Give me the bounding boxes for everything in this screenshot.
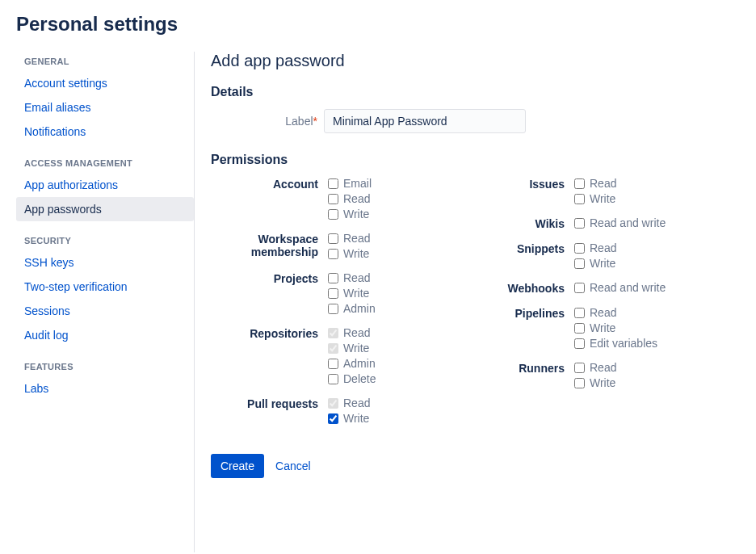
- sidebar-section-title: FEATURES: [16, 357, 194, 376]
- permission-options: ReadWriteEdit variables: [574, 306, 657, 350]
- permission-options: ReadWrite: [574, 241, 616, 270]
- permission-group-label: Issues: [469, 177, 574, 205]
- permission-options: Read and write: [574, 216, 666, 230]
- sidebar: GENERALAccount settingsEmail aliasesNoti…: [16, 52, 194, 552]
- required-asterisk: *: [313, 115, 317, 128]
- permission-option[interactable]: Delete: [328, 372, 376, 385]
- permission-option[interactable]: Admin: [328, 357, 376, 370]
- permission-checkbox[interactable]: [328, 288, 338, 299]
- page-title: Personal settings: [16, 13, 740, 36]
- permission-checkbox[interactable]: [328, 209, 338, 220]
- sidebar-section-title: SECURITY: [16, 231, 194, 250]
- permission-option[interactable]: Read: [574, 361, 616, 374]
- sidebar-item[interactable]: Account settings: [16, 71, 194, 95]
- permission-option-label: Write: [590, 192, 615, 205]
- permission-checkbox[interactable]: [574, 283, 585, 293]
- main-content: Add app password Details Label* Permissi…: [194, 52, 740, 552]
- permission-option[interactable]: Write: [574, 192, 616, 205]
- details-heading: Details: [211, 85, 740, 99]
- permission-option-label: Write: [343, 208, 369, 220]
- permission-option[interactable]: Read: [328, 271, 376, 284]
- permission-group: RepositoriesReadWriteAdminDelete: [211, 326, 469, 385]
- permission-option[interactable]: Read and write: [574, 281, 666, 294]
- permission-option-label: Admin: [343, 302, 376, 315]
- permission-option-label: Read: [343, 271, 370, 284]
- permission-option[interactable]: Read: [574, 241, 616, 254]
- permission-option[interactable]: Email: [328, 177, 372, 190]
- permission-group: AccountEmailReadWrite: [211, 177, 469, 220]
- sidebar-item[interactable]: SSH keys: [16, 250, 194, 275]
- permission-option[interactable]: Read and write: [574, 216, 666, 229]
- permission-checkbox[interactable]: [574, 308, 585, 318]
- permission-option[interactable]: Write: [328, 287, 376, 300]
- permission-checkbox[interactable]: [328, 413, 338, 424]
- permission-option[interactable]: Read: [328, 326, 376, 339]
- permission-option[interactable]: Write: [574, 376, 616, 389]
- sidebar-item[interactable]: Audit log: [16, 323, 194, 347]
- permission-checkbox[interactable]: [328, 249, 338, 259]
- permission-checkbox[interactable]: [574, 378, 585, 388]
- permission-checkbox[interactable]: [574, 338, 585, 349]
- permission-option-label: Write: [343, 412, 369, 425]
- permission-option[interactable]: Write: [328, 247, 370, 260]
- permission-checkbox[interactable]: [574, 258, 585, 269]
- permission-option[interactable]: Read: [574, 177, 616, 190]
- permission-option-label: Write: [343, 342, 369, 355]
- permission-options: ReadWrite: [328, 232, 370, 260]
- sidebar-item[interactable]: Sessions: [16, 299, 194, 323]
- permission-option-label: Read: [590, 241, 616, 254]
- permission-option[interactable]: Write: [574, 321, 657, 334]
- permission-group-label: Workspace membership: [211, 232, 328, 260]
- sidebar-item[interactable]: App passwords: [16, 197, 194, 221]
- permission-options: ReadWrite: [574, 361, 616, 389]
- cancel-button[interactable]: Cancel: [275, 460, 311, 472]
- permission-checkbox[interactable]: [574, 243, 585, 254]
- permission-checkbox[interactable]: [574, 323, 585, 334]
- permission-option[interactable]: Read: [328, 397, 370, 409]
- permission-checkbox[interactable]: [574, 194, 585, 204]
- permission-group-label: Account: [211, 177, 328, 220]
- permission-option[interactable]: Write: [328, 412, 370, 425]
- permission-group-label: Runners: [469, 361, 574, 389]
- permission-option-label: Admin: [343, 357, 376, 370]
- permission-option-label: Write: [590, 321, 615, 334]
- permission-group: IssuesReadWrite: [469, 177, 740, 205]
- sidebar-item[interactable]: App authorizations: [16, 173, 194, 197]
- content-title: Add app password: [211, 52, 740, 70]
- permission-group: SnippetsReadWrite: [469, 241, 740, 270]
- permission-checkbox[interactable]: [328, 273, 338, 283]
- permission-checkbox[interactable]: [328, 233, 338, 244]
- permission-checkbox[interactable]: [328, 178, 338, 189]
- sidebar-item[interactable]: Two-step verification: [16, 275, 194, 299]
- permission-options: ReadWriteAdmin: [328, 271, 376, 315]
- permission-checkbox[interactable]: [574, 178, 585, 189]
- permission-option[interactable]: Read: [328, 192, 372, 205]
- permission-group-label: Wikis: [469, 216, 574, 230]
- permission-group: Pull requestsReadWrite: [211, 397, 469, 425]
- permission-checkbox: [328, 343, 338, 354]
- permission-checkbox[interactable]: [328, 304, 338, 314]
- permission-checkbox[interactable]: [574, 218, 585, 229]
- permission-option[interactable]: Read: [328, 232, 370, 245]
- permissions-col-left: AccountEmailReadWriteWorkspace membershi…: [211, 177, 469, 436]
- permission-checkbox[interactable]: [328, 374, 338, 384]
- sidebar-item[interactable]: Labs: [16, 376, 194, 401]
- create-button[interactable]: Create: [211, 454, 264, 478]
- permission-options: ReadWrite: [574, 177, 616, 205]
- sidebar-item[interactable]: Notifications: [16, 120, 194, 144]
- permission-option[interactable]: Write: [328, 342, 376, 355]
- sidebar-item[interactable]: Email aliases: [16, 95, 194, 120]
- permission-option-label: Email: [343, 177, 372, 190]
- label-row: Label*: [211, 109, 740, 133]
- permission-checkbox[interactable]: [328, 194, 338, 204]
- permission-checkbox[interactable]: [574, 363, 585, 373]
- label-input[interactable]: [324, 109, 526, 133]
- permission-option[interactable]: Read: [574, 306, 657, 319]
- permission-option[interactable]: Admin: [328, 302, 376, 315]
- permission-option[interactable]: Write: [574, 257, 616, 270]
- permission-group: Workspace membershipReadWrite: [211, 232, 469, 260]
- permission-option[interactable]: Edit variables: [574, 337, 657, 350]
- permission-checkbox: [328, 328, 338, 338]
- permission-option[interactable]: Write: [328, 208, 372, 220]
- permission-checkbox[interactable]: [328, 359, 338, 369]
